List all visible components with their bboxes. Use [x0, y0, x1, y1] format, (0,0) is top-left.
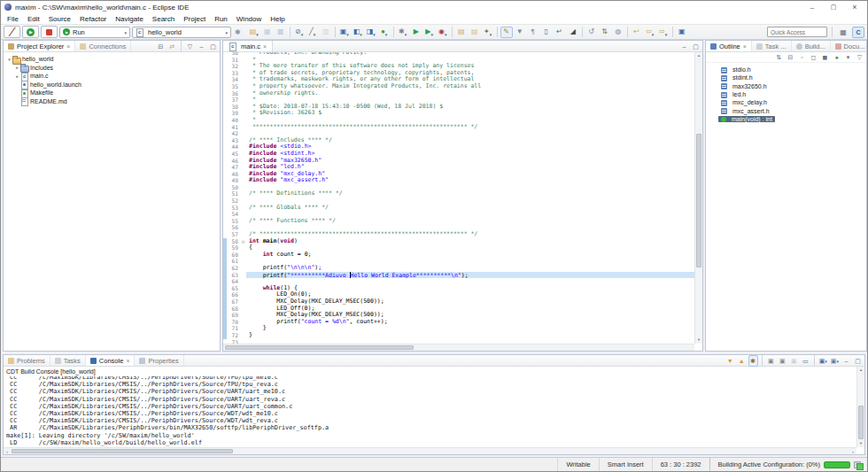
hide-non-public-icon[interactable]: ◼: [820, 51, 830, 63]
tree-item-Includes[interactable]: Includes: [4, 64, 220, 73]
tab-main-c[interactable]: main.c: [223, 41, 273, 51]
resume-button[interactable]: [22, 26, 39, 38]
display-console-icon[interactable]: ▣: [830, 355, 840, 367]
fold-marker-icon[interactable]: [240, 238, 246, 245]
maximize-icon[interactable]: ▢: [208, 41, 218, 52]
outline-item-main[interactable]: main(void) : int: [706, 115, 866, 123]
scrollbar-thumb[interactable]: [12, 449, 233, 453]
code-line-55[interactable]: 55/* **** Functions **** */: [223, 218, 694, 225]
outline-item-mxc_delay.h[interactable]: mxc_delay.h: [706, 98, 866, 106]
show-console-output-icon[interactable]: ▣: [766, 355, 776, 367]
tree-item-main.c[interactable]: main.c: [4, 72, 220, 81]
back-icon[interactable]: ⇦: [644, 27, 656, 38]
link-editor-icon[interactable]: ●: [832, 51, 841, 63]
code-line-53[interactable]: 53/* **** Globals **** */: [223, 205, 694, 212]
launch-mode-combo[interactable]: Run: [59, 27, 130, 38]
new-wizard-icon[interactable]: ▤: [248, 27, 260, 38]
hide-static-icon[interactable]: ◻: [809, 51, 818, 63]
outline-item-max32650.h[interactable]: max32650.h: [706, 82, 866, 90]
outline-item-mxc_assert.h[interactable]: mxc_assert.h: [706, 106, 866, 114]
tab-properties[interactable]: Properties: [135, 355, 183, 366]
menu-run[interactable]: Run: [210, 15, 232, 23]
new-cpp-class-icon[interactable]: ▣: [338, 27, 351, 38]
code-editor[interactable]: 30 * Products, Inc. Branding Policy.31 *…: [223, 52, 694, 344]
menu-refactor[interactable]: Refactor: [75, 15, 111, 23]
launch-config-combo[interactable]: hello_world: [132, 27, 231, 38]
console-output[interactable]: CC /C/MaximSDK/Libraries/CMSIS/../Periph…: [6, 376, 856, 446]
menu-window[interactable]: Window: [232, 15, 266, 23]
tab-console[interactable]: Console: [86, 355, 136, 366]
next-annotation-icon[interactable]: ▼: [514, 27, 526, 38]
scrollbar-thumb[interactable]: [858, 406, 864, 439]
tab-outline[interactable]: Outline: [706, 41, 752, 51]
menu-file[interactable]: File: [3, 15, 23, 23]
expander-icon[interactable]: [14, 74, 20, 79]
new-c-project-icon[interactable]: ◨: [365, 27, 377, 38]
scroll-down-arrow[interactable]: [695, 337, 702, 344]
code-line-39[interactable]: 39 * $Revision: 36263 $: [223, 110, 694, 117]
previous-error-icon[interactable]: ▲: [737, 355, 747, 367]
show-whitespace-icon[interactable]: ¶: [527, 27, 539, 38]
link-editor-icon[interactable]: ⇄: [167, 41, 177, 52]
minimize-icon[interactable]: –: [197, 41, 206, 52]
scroll-right-arrow[interactable]: [849, 448, 856, 454]
scroll-down-arrow[interactable]: [857, 440, 864, 447]
cpp-perspective-icon[interactable]: C: [852, 27, 864, 38]
run-icon[interactable]: ▶: [410, 27, 422, 38]
build-icon[interactable]: ╱: [306, 27, 319, 38]
scroll-up-arrow[interactable]: [857, 367, 864, 374]
menu-search[interactable]: Search: [148, 15, 179, 23]
open-resource-icon[interactable]: ▤: [469, 27, 481, 38]
menu-source[interactable]: Source: [44, 15, 75, 23]
scrollbar-thumb[interactable]: [696, 134, 701, 267]
build-all-icon[interactable]: ▥: [320, 27, 332, 38]
tree-item-README.md[interactable]: README.md: [4, 97, 220, 106]
block-selection-icon[interactable]: ▯: [540, 27, 553, 38]
menu-edit[interactable]: Edit: [23, 15, 44, 23]
minimize-window-button[interactable]: [802, 1, 823, 13]
maximize-window-button[interactable]: [823, 1, 844, 13]
scrollbar-thumb[interactable]: [225, 345, 414, 350]
code-line-36[interactable]: 36 * ownership rights.: [223, 90, 694, 97]
menu-help[interactable]: Help: [266, 15, 289, 23]
profile-icon[interactable]: ◉: [437, 27, 449, 38]
hide-fields-icon[interactable]: ▫: [797, 51, 807, 63]
code-line-41[interactable]: 41 *************************************…: [223, 124, 694, 131]
new-cpp-project-icon[interactable]: ◧: [352, 27, 364, 38]
expander-icon[interactable]: [6, 57, 12, 62]
tree-item-hello_world[interactable]: hello_world: [4, 55, 220, 64]
build-settings-icon[interactable]: ✱: [748, 355, 758, 367]
maximize-icon[interactable]: ▢: [853, 355, 863, 367]
code-line-71[interactable]: 71 }: [223, 325, 694, 332]
tab-documentation[interactable]: Docu...: [831, 41, 868, 51]
external-tools-icon[interactable]: ✱: [397, 27, 409, 38]
tab-problems[interactable]: Problems: [4, 355, 50, 366]
show-console-error-icon[interactable]: ▣: [778, 355, 787, 367]
console-vertical-scrollbar[interactable]: [856, 367, 864, 447]
mark-occurrences-icon[interactable]: ✎: [500, 27, 513, 38]
gear-icon[interactable]: [233, 28, 243, 36]
progress-view-icon[interactable]: [854, 461, 862, 468]
view-menu-icon[interactable]: ▽: [185, 41, 195, 52]
expander-icon[interactable]: [14, 65, 20, 70]
tab-tasks[interactable]: Tasks: [50, 355, 86, 366]
forward-icon[interactable]: ⇨: [657, 27, 670, 38]
maximize-icon[interactable]: ▢: [691, 41, 701, 52]
collapse-all-icon[interactable]: ⊟: [156, 41, 166, 52]
annotate-icon[interactable]: ◍: [612, 27, 624, 38]
flash-button[interactable]: ╱: [4, 26, 20, 38]
tab-connections[interactable]: Connections: [75, 41, 131, 51]
open-perspective-icon[interactable]: ▦: [837, 27, 849, 38]
code-line-62[interactable]: 62 printf("\n\n\n");: [223, 265, 694, 272]
editor-horizontal-scrollbar[interactable]: [223, 344, 694, 351]
code-line-49[interactable]: 49#include "mxc_assert.h": [223, 177, 694, 184]
close-icon[interactable]: [743, 43, 747, 50]
run-history-icon[interactable]: ▶: [423, 27, 436, 38]
outline-item-led.h[interactable]: led.h: [706, 90, 866, 98]
tab-project-explorer[interactable]: Project Explorer: [4, 41, 75, 51]
word-wrap-icon[interactable]: ↵: [554, 27, 566, 38]
last-edit-location-icon[interactable]: ↩: [631, 27, 643, 38]
close-window-button[interactable]: [844, 1, 865, 13]
launch-debug-icon[interactable]: ●: [378, 27, 391, 38]
terminate-button[interactable]: [41, 26, 58, 38]
